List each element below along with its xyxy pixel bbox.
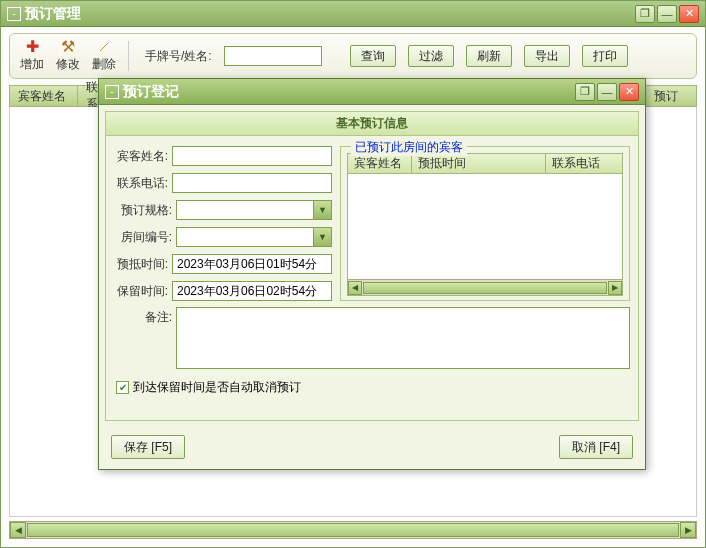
refresh-button[interactable]: 刷新 bbox=[466, 45, 512, 67]
guest-name-label: 宾客姓名: bbox=[114, 148, 168, 165]
spec-label: 预订规格: bbox=[114, 202, 172, 219]
chevron-down-icon[interactable]: ▼ bbox=[313, 228, 331, 246]
auto-cancel-label: 到达保留时间是否自动取消预订 bbox=[133, 379, 301, 396]
hammer-icon: ⚒ bbox=[61, 39, 75, 55]
col-guest[interactable]: 宾客姓名 bbox=[10, 86, 78, 106]
dialog-minimize-button[interactable]: — bbox=[597, 83, 617, 101]
arrive-label: 预抵时间: bbox=[114, 256, 168, 273]
sys-menu-icon[interactable]: - bbox=[105, 85, 119, 99]
edit-button[interactable]: ⚒ 修改 bbox=[56, 39, 80, 73]
form-left-column: 宾客姓名: 联系电话: 预订规格: ▼ 房间编号: ▼ bbox=[114, 146, 332, 301]
dialog-body: 基本预订信息 宾客姓名: 联系电话: 预订规格: ▼ bbox=[99, 105, 645, 427]
scroll-left-icon[interactable]: ◀ bbox=[348, 281, 362, 295]
dialog-close-button[interactable]: ✕ bbox=[619, 83, 639, 101]
scroll-left-icon[interactable]: ◀ bbox=[10, 522, 26, 538]
wand-icon: ⟋ bbox=[96, 39, 112, 55]
restore-button[interactable]: ❐ bbox=[635, 5, 655, 23]
arrive-input[interactable] bbox=[172, 254, 332, 274]
main-title: 预订管理 bbox=[25, 5, 635, 23]
hold-input[interactable] bbox=[172, 281, 332, 301]
hold-label: 保留时间: bbox=[114, 283, 168, 300]
dialog-title: 预订登记 bbox=[123, 83, 575, 101]
scroll-thumb[interactable] bbox=[363, 282, 607, 294]
search-label: 手牌号/姓名: bbox=[145, 48, 212, 65]
separator bbox=[128, 41, 129, 71]
section-title: 基本预订信息 bbox=[105, 111, 639, 136]
export-button[interactable]: 导出 bbox=[524, 45, 570, 67]
col-phone[interactable]: 联系电话 bbox=[546, 154, 622, 173]
guest-name-input[interactable] bbox=[172, 146, 332, 166]
dialog-titlebar[interactable]: - 预订登记 ❐ — ✕ bbox=[99, 79, 645, 105]
dialog-footer: 保存 [F5] 取消 [F4] bbox=[99, 427, 645, 469]
spec-select[interactable]: ▼ bbox=[176, 200, 332, 220]
query-button[interactable]: 查询 bbox=[350, 45, 396, 67]
phone-input[interactable] bbox=[172, 173, 332, 193]
toolbar: ✚ 增加 ⚒ 修改 ⟋ 删除 手牌号/姓名: 查询 过滤 刷新 导出 打印 bbox=[9, 33, 697, 79]
main-hscrollbar[interactable]: ◀ ▶ bbox=[9, 521, 697, 539]
phone-label: 联系电话: bbox=[114, 175, 168, 192]
cancel-button[interactable]: 取消 [F4] bbox=[559, 435, 633, 459]
print-button[interactable]: 打印 bbox=[582, 45, 628, 67]
scroll-thumb[interactable] bbox=[27, 523, 679, 537]
room-select[interactable]: ▼ bbox=[176, 227, 332, 247]
search-input[interactable] bbox=[224, 46, 322, 66]
reservation-dialog: - 预订登记 ❐ — ✕ 基本预订信息 宾客姓名: 联系电话: bbox=[98, 78, 646, 470]
existing-hscrollbar[interactable]: ◀ ▶ bbox=[348, 279, 622, 295]
form-area: 宾客姓名: 联系电话: 预订规格: ▼ 房间编号: ▼ bbox=[105, 136, 639, 421]
add-button[interactable]: ✚ 增加 bbox=[20, 39, 44, 73]
existing-rows[interactable] bbox=[348, 174, 622, 279]
main-titlebar: - 预订管理 ❐ — ✕ bbox=[1, 1, 705, 27]
existing-reservations-box: 已预订此房间的宾客 宾客姓名 预抵时间 联系电话 ◀ ▶ bbox=[340, 146, 630, 301]
remark-label: 备注: bbox=[114, 307, 172, 369]
scroll-right-icon[interactable]: ▶ bbox=[680, 522, 696, 538]
auto-cancel-checkbox[interactable]: ✔ bbox=[116, 381, 129, 394]
close-button[interactable]: ✕ bbox=[679, 5, 699, 23]
room-label: 房间编号: bbox=[114, 229, 172, 246]
existing-legend: 已预订此房间的宾客 bbox=[351, 139, 467, 156]
minimize-button[interactable]: — bbox=[657, 5, 677, 23]
col-guest[interactable]: 宾客姓名 bbox=[348, 154, 412, 173]
delete-button[interactable]: ⟋ 删除 bbox=[92, 39, 116, 73]
scroll-right-icon[interactable]: ▶ bbox=[608, 281, 622, 295]
existing-table: 宾客姓名 预抵时间 联系电话 ◀ ▶ bbox=[347, 153, 623, 296]
remark-textarea[interactable] bbox=[176, 307, 630, 369]
save-button[interactable]: 保存 [F5] bbox=[111, 435, 185, 459]
col-reserve[interactable]: 预订 bbox=[646, 86, 696, 106]
chevron-down-icon[interactable]: ▼ bbox=[313, 201, 331, 219]
filter-button[interactable]: 过滤 bbox=[408, 45, 454, 67]
sys-menu-icon[interactable]: - bbox=[7, 7, 21, 21]
col-arrive[interactable]: 预抵时间 bbox=[412, 154, 546, 173]
dialog-restore-button[interactable]: ❐ bbox=[575, 83, 595, 101]
plus-icon: ✚ bbox=[26, 39, 39, 55]
